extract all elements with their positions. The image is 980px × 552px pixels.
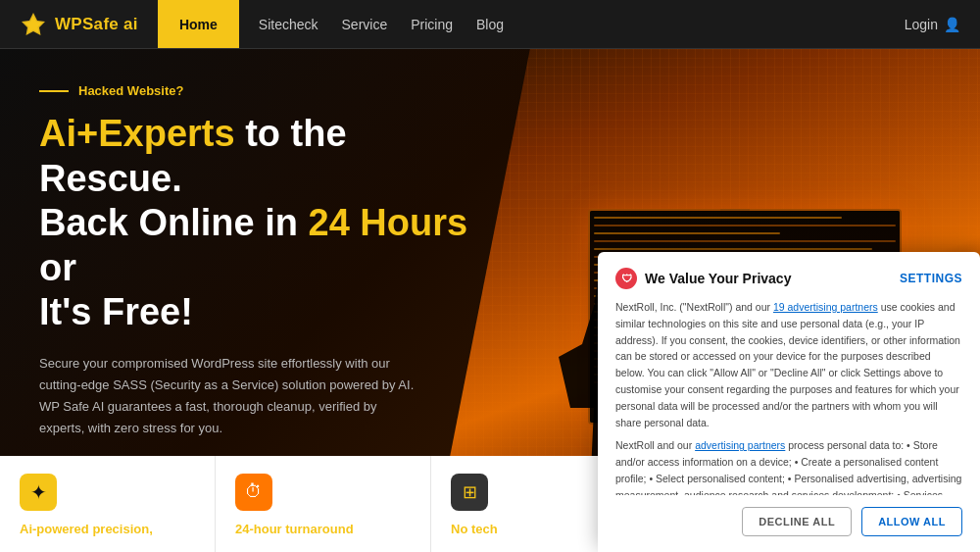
privacy-body-para1: NextRoll, Inc. ("NextRoll") and our 19 a…	[615, 299, 962, 430]
hero-title-free: Free!	[102, 291, 193, 332]
privacy-shield-icon: 🛡	[615, 268, 637, 289]
ai-feature-icon-wrap: ✦	[20, 474, 57, 511]
privacy-link-partners[interactable]: 19 advertising partners	[773, 301, 878, 313]
privacy-body-para2: NextRoll and our advertising partners pr…	[615, 437, 962, 495]
privacy-settings-button[interactable]: SETTINGS	[900, 272, 962, 285]
privacy-title: We Value Your Privacy	[645, 271, 791, 286]
hero-title-plain3: or	[39, 247, 76, 288]
nav-link-sitecheck[interactable]: Sitecheck	[259, 17, 318, 32]
privacy-buttons: DECLINE ALL ALLOW ALL	[615, 507, 962, 536]
notech-feature-icon-wrap: ⊞	[451, 474, 488, 511]
ai-feature-title: Ai-powered precision,	[20, 521, 195, 538]
turnaround-feature-title: 24-hour turnaround	[235, 521, 411, 538]
nav-link-pricing[interactable]: Pricing	[411, 17, 453, 32]
privacy-title-row: 🛡 We Value Your Privacy	[615, 268, 791, 289]
nav-links: Sitecheck Service Pricing Blog	[239, 17, 885, 32]
feature-card-ai: ✦ Ai-powered precision,	[0, 456, 216, 552]
privacy-popup: 🛡 We Value Your Privacy SETTINGS NextRol…	[598, 252, 980, 552]
privacy-link-adpartners[interactable]: advertising partners	[695, 439, 785, 451]
hero-title-accent2: 24 Hours	[309, 202, 468, 243]
turnaround-feature-icon: ⏱	[245, 481, 263, 502]
privacy-header: 🛡 We Value Your Privacy SETTINGS	[615, 268, 962, 289]
hero-badge-text: Hacked Website?	[78, 83, 183, 98]
login-button[interactable]: Login 👤	[885, 17, 980, 32]
hero-section: Hacked Website? Ai+Experts to the Rescue…	[0, 49, 980, 552]
logo[interactable]: WPSafe ai	[0, 0, 158, 48]
hero-badge-line	[39, 90, 69, 92]
nav-link-blog[interactable]: Blog	[476, 17, 504, 32]
nav-link-service[interactable]: Service	[342, 17, 388, 32]
allow-all-button[interactable]: ALLOW ALL	[861, 507, 962, 536]
navbar: WPSafe ai Home Sitecheck Service Pricing…	[0, 0, 980, 49]
turnaround-feature-icon-wrap: ⏱	[235, 474, 272, 511]
hero-title-plain4: It's	[39, 291, 102, 332]
logo-icon	[20, 11, 47, 38]
hero-title: Ai+Experts to the Rescue. Back Online in…	[39, 112, 470, 335]
privacy-body: NextRoll, Inc. ("NextRoll") and our 19 a…	[615, 299, 962, 495]
hero-title-accent1: Ai+Experts	[39, 113, 235, 154]
notech-feature-icon: ⊞	[463, 481, 477, 503]
hero-title-plain2: Back Online in	[39, 202, 309, 243]
feature-card-turnaround: ⏱ 24-hour turnaround	[216, 456, 431, 552]
login-icon: 👤	[944, 17, 960, 32]
ai-feature-icon: ✦	[30, 480, 47, 504]
nav-home-link[interactable]: Home	[158, 0, 239, 48]
logo-text: WPSafe ai	[55, 15, 138, 34]
hero-description: Secure your compromised WordPress site e…	[39, 353, 421, 439]
decline-all-button[interactable]: DECLINE ALL	[742, 507, 852, 536]
hero-badge: Hacked Website?	[39, 83, 470, 98]
